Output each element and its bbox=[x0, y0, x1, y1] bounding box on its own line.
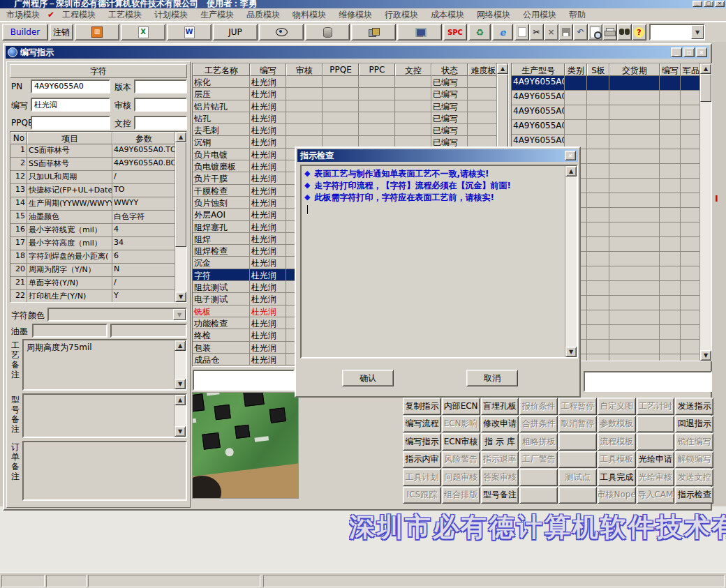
scroll-up-icon[interactable]: ▲ bbox=[175, 132, 186, 142]
find-button[interactable] bbox=[617, 24, 632, 40]
action-指示库[interactable]: 指 示 库 bbox=[481, 433, 519, 451]
menu-item-4[interactable]: 计划模块 bbox=[148, 8, 194, 22]
param-row[interactable]: 15油墨颜色白色字符 bbox=[10, 211, 186, 224]
menu-item-13[interactable]: 帮助 bbox=[563, 8, 592, 22]
preview-eye-button[interactable] bbox=[259, 24, 304, 40]
scroll-track[interactable] bbox=[175, 405, 186, 426]
scroll-down-icon[interactable]: ▼ bbox=[565, 347, 577, 357]
note-scrollbar[interactable]: ▲▼ bbox=[174, 395, 186, 437]
cut-button[interactable]: ✂ bbox=[529, 24, 544, 40]
close-button[interactable]: × bbox=[715, 1, 725, 7]
field-input-编写[interactable]: 杜光润 bbox=[31, 98, 110, 112]
delete-button[interactable]: × bbox=[544, 24, 558, 40]
browser-button[interactable]: e bbox=[492, 24, 513, 40]
menu-item-2[interactable]: 工程模块 bbox=[56, 8, 102, 22]
order-row[interactable]: 4A9Y6055A0 bbox=[512, 91, 711, 105]
new-doc-button[interactable] bbox=[514, 24, 529, 40]
order-row[interactable]: 4A9Y6055A0 bbox=[512, 105, 711, 120]
field-input-审核[interactable] bbox=[134, 98, 187, 112]
order-row[interactable]: 4A9Y6055A0 bbox=[512, 120, 711, 135]
menu-item-5[interactable]: 生产模块 bbox=[194, 8, 240, 22]
doc-close-button[interactable]: × bbox=[696, 47, 707, 57]
action-编写流程[interactable]: 编写流程 bbox=[403, 416, 441, 433]
action-发送指示[interactable]: 发送指示 bbox=[675, 398, 713, 415]
process-filter-input[interactable] bbox=[193, 370, 295, 391]
scroll-up-icon[interactable]: ▲ bbox=[700, 63, 711, 74]
cancel-button[interactable]: 取消 bbox=[466, 370, 518, 386]
param-row[interactable]: 17最小字符高度（mil）34 bbox=[10, 237, 186, 250]
scroll-down-icon[interactable]: ▼ bbox=[175, 379, 186, 389]
param-row[interactable]: 13快捷标记(FP+UL+DateCoTO bbox=[10, 184, 186, 197]
note-box-1[interactable]: 周期高度为75mil▲▼ bbox=[22, 339, 187, 391]
ink-field-1[interactable] bbox=[32, 324, 108, 338]
action-内部ECN[interactable]: 内部ECN bbox=[442, 398, 480, 415]
action-复制指示[interactable]: 复制指示 bbox=[403, 398, 441, 415]
param-row[interactable]: 1CS面菲林号4A9Y6055A0.TO bbox=[10, 144, 186, 158]
field-input-PPQE[interactable] bbox=[31, 116, 110, 130]
action-回退指示[interactable]: 回退指示 bbox=[675, 416, 713, 433]
doc-maximize-button[interactable]: □ bbox=[683, 47, 695, 57]
print-button[interactable] bbox=[602, 24, 617, 40]
process-row-去毛刺[interactable]: 去毛刺杜光润已编写 bbox=[193, 124, 508, 136]
note-scrollbar[interactable]: ▲▼ bbox=[174, 340, 186, 389]
action-型号备注[interactable]: 型号备注 bbox=[481, 487, 519, 504]
toolbar-combobox[interactable]: ▼ bbox=[649, 24, 705, 40]
action-ECN审核[interactable]: ECN审核 bbox=[442, 433, 480, 451]
menu-item-11[interactable]: 网络模块 bbox=[471, 8, 517, 22]
action-盲埋孔板[interactable]: 盲埋孔板 bbox=[481, 398, 519, 415]
print-preview-button[interactable] bbox=[588, 24, 602, 40]
process-row-钻孔[interactable]: 钻孔杜光润已编写 bbox=[193, 112, 508, 124]
scroll-up-icon[interactable]: ▲ bbox=[497, 63, 508, 74]
database-button[interactable] bbox=[305, 24, 350, 40]
doc-minimize-button[interactable]: _ bbox=[671, 47, 682, 57]
word-button[interactable]: W bbox=[167, 24, 212, 40]
scroll-down-icon[interactable]: ▼ bbox=[175, 426, 186, 437]
param-row[interactable]: 21单面字符(Y/N)/ bbox=[10, 277, 186, 290]
scroll-track[interactable] bbox=[175, 351, 186, 379]
process-row-棕化[interactable]: 棕化杜光润已编写 bbox=[193, 76, 508, 88]
action-工具完成[interactable]: 工具完成 bbox=[598, 469, 636, 486]
param-row[interactable]: 18字符到焊盘的最小距离(6 bbox=[10, 250, 186, 264]
param-row[interactable]: 20周期为阴字（Y/N）N bbox=[10, 264, 186, 277]
confirm-button[interactable]: 确认 bbox=[342, 370, 394, 386]
dialog-close-icon[interactable]: × bbox=[565, 151, 576, 160]
chevron-down-icon[interactable]: ▼ bbox=[691, 25, 704, 39]
scroll-up-icon[interactable]: ▲ bbox=[175, 395, 186, 405]
sync-button[interactable]: ♻ bbox=[468, 24, 491, 40]
menu-item-12[interactable]: 公用模块 bbox=[517, 8, 563, 22]
action-指示内审[interactable]: 指示内审 bbox=[403, 451, 441, 469]
menu-item-9[interactable]: 行政模块 bbox=[378, 8, 424, 22]
note-box-2[interactable]: ▲▼ bbox=[22, 393, 187, 438]
undo-button[interactable]: ↶ bbox=[573, 24, 588, 40]
chevron-down-icon[interactable]: ▼ bbox=[173, 309, 186, 320]
param-row[interactable]: 12只加UL和周期/ bbox=[10, 171, 186, 184]
ink-field-2[interactable] bbox=[110, 324, 187, 338]
process-row-铝片钻孔[interactable]: 铝片钻孔杜光润已编写 bbox=[193, 100, 508, 112]
builder-button[interactable]: Builder bbox=[2, 24, 48, 40]
field-input-文控[interactable] bbox=[134, 116, 187, 130]
order-note-input[interactable] bbox=[584, 371, 712, 392]
field-input-PN[interactable]: 4A9Y6055A0 bbox=[31, 80, 110, 93]
menu-item-8[interactable]: 维修模块 bbox=[332, 8, 378, 22]
param-table-scrollbar[interactable]: ▲ ▼ bbox=[175, 132, 186, 302]
action-指示检查[interactable]: 指示检查 bbox=[675, 487, 713, 504]
scroll-up-icon[interactable]: ▲ bbox=[175, 340, 186, 351]
menu-item-1[interactable]: 市场模块 bbox=[0, 8, 46, 22]
char-color-combobox[interactable]: ▼ bbox=[47, 308, 187, 322]
minimize-button[interactable]: _ bbox=[692, 1, 702, 7]
scroll-down-icon[interactable]: ▼ bbox=[175, 292, 186, 302]
order-row[interactable]: 4A9Y6055A0 bbox=[512, 76, 711, 91]
payment-button[interactable] bbox=[351, 24, 396, 40]
param-row[interactable]: 2SS面菲林号4A9Y6055A0.BO bbox=[10, 158, 186, 171]
param-row[interactable]: 16最小字符线宽（mil）4 bbox=[10, 224, 186, 237]
spc-button[interactable]: SPC bbox=[443, 24, 467, 40]
logout-button[interactable]: 注销 bbox=[50, 24, 73, 40]
jup-button[interactable]: JUP bbox=[213, 24, 258, 40]
menu-item-7[interactable]: 物料模块 bbox=[286, 8, 332, 22]
process-row-层压[interactable]: 层压杜光润已编写 bbox=[193, 88, 508, 100]
menu-item-10[interactable]: 成本模块 bbox=[424, 8, 471, 22]
field-input-版本[interactable] bbox=[134, 80, 187, 93]
save-button[interactable] bbox=[558, 24, 573, 40]
menu-item-6[interactable]: 品质模块 bbox=[240, 8, 286, 22]
help-button[interactable]: ? bbox=[632, 24, 646, 40]
